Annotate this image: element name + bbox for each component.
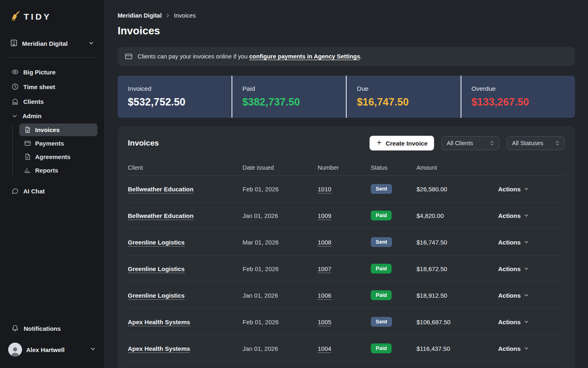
- date-issued-cell: Feb 01, 2026: [243, 265, 318, 272]
- stat-value: $532,752.50: [128, 96, 221, 108]
- panel-title: Invoices: [128, 139, 370, 148]
- banner-text-after: .: [360, 53, 362, 60]
- date-issued-cell: Mar 01, 2026: [243, 239, 318, 246]
- client-link[interactable]: Bellweather Education: [128, 186, 194, 193]
- actions-label: Actions: [498, 265, 521, 272]
- sidebar-item-payments[interactable]: Payments: [19, 137, 98, 150]
- agency-settings-link[interactable]: configure payments in Agency Settings: [249, 53, 360, 60]
- sidebar-item-admin[interactable]: Admin: [7, 109, 98, 123]
- stat-paid: Paid $382,737.50: [232, 76, 347, 118]
- actions-button[interactable]: Actions: [498, 265, 529, 272]
- chevron-down-icon: [523, 346, 529, 351]
- workspace-icon: [10, 39, 18, 48]
- table-row: Apex Health Systems Feb 01, 2026 1005 Se…: [128, 309, 565, 335]
- chevron-up-down-icon: [489, 140, 495, 146]
- date-issued-cell: Jan 01, 2026: [243, 292, 318, 299]
- chevron-up-down-icon: [555, 140, 560, 146]
- invoice-number-link[interactable]: 1010: [318, 186, 331, 193]
- actions-button[interactable]: Actions: [498, 345, 529, 352]
- sidebar-item-label: Time sheet: [23, 83, 55, 90]
- workspace-selector[interactable]: Meridian Digital: [7, 36, 98, 52]
- table-row: Bellweather Education Jan 01, 2026 1009 …: [128, 202, 565, 229]
- actions-label: Actions: [498, 319, 521, 325]
- create-invoice-button[interactable]: Create Invoice: [370, 136, 434, 150]
- chat-bubble-icon: [11, 187, 19, 195]
- sidebar-divider: [7, 57, 98, 58]
- chevron-down-icon: [523, 266, 529, 272]
- client-link[interactable]: Bellweather Education: [128, 212, 194, 219]
- sidebar-item-invoices[interactable]: Invoices: [19, 123, 98, 136]
- client-link[interactable]: Greenline Logistics: [128, 239, 185, 246]
- column-header-number: Number: [318, 164, 371, 171]
- create-invoice-label: Create Invoice: [385, 140, 428, 147]
- breadcrumb-workspace-link[interactable]: Meridian Digital: [118, 12, 162, 19]
- stat-overdue: Overdue $133,267.50: [461, 76, 575, 118]
- status-badge: Paid: [371, 211, 392, 220]
- date-issued-cell: Feb 01, 2026: [243, 186, 318, 193]
- sidebar-item-ai-chat[interactable]: AI Chat: [7, 184, 98, 198]
- workspace-name: Meridian Digital: [22, 40, 84, 47]
- invoice-number-link[interactable]: 1009: [318, 212, 331, 219]
- invoices-panel: Invoices Create Invoice All Clients: [118, 126, 575, 368]
- date-issued-cell: Jan 01, 2026: [243, 345, 318, 352]
- actions-button[interactable]: Actions: [498, 186, 529, 193]
- banner-text-before: Clients can pay your invoices online if …: [138, 53, 249, 60]
- actions-label: Actions: [498, 239, 521, 246]
- invoice-number-link[interactable]: 1007: [318, 265, 331, 272]
- amount-cell: $116,437.50: [416, 345, 498, 352]
- client-link[interactable]: Greenline Logistics: [128, 292, 185, 299]
- stat-value: $16,747.50: [357, 96, 450, 108]
- panel-controls: Create Invoice All Clients All Statuses: [370, 136, 565, 150]
- sidebar-item-label: Clients: [23, 98, 44, 105]
- chevron-down-icon: [523, 292, 529, 298]
- stat-due: Due $16,747.50: [347, 76, 461, 118]
- notifications-button[interactable]: Notifications: [7, 321, 98, 336]
- plus-icon: [376, 139, 382, 147]
- sidebar-item-time-sheet[interactable]: Time sheet: [7, 80, 98, 94]
- table-row: Greenline Logistics Jan 01, 2026 1006 Pa…: [128, 282, 565, 309]
- actions-label: Actions: [498, 292, 521, 299]
- amount-cell: $16,747.50: [416, 239, 498, 246]
- actions-button[interactable]: Actions: [498, 239, 529, 246]
- client-link[interactable]: Apex Health Systems: [128, 319, 190, 325]
- sidebar-item-clients[interactable]: Clients: [7, 94, 98, 108]
- sidebar-item-label: Agreements: [35, 153, 71, 160]
- stat-label: Paid: [243, 85, 336, 92]
- column-header-date-issued: Date issued: [243, 164, 318, 171]
- status-filter-select[interactable]: All Statuses: [507, 136, 565, 150]
- invoice-number-link[interactable]: 1005: [318, 319, 331, 325]
- credit-card-icon: [125, 52, 133, 61]
- stat-label: Overdue: [472, 85, 565, 92]
- notifications-label: Notifications: [24, 325, 61, 332]
- sidebar-item-big-picture[interactable]: Big Picture: [7, 65, 98, 79]
- actions-button[interactable]: Actions: [498, 292, 529, 299]
- client-filter-select[interactable]: All Clients: [441, 136, 499, 150]
- app-logo: TIDY: [7, 11, 98, 22]
- user-menu[interactable]: Alex Hartwell: [7, 340, 98, 359]
- stat-value: $133,267.50: [472, 96, 565, 108]
- invoice-number-link[interactable]: 1006: [318, 292, 331, 299]
- sidebar-item-reports[interactable]: Reports: [19, 164, 98, 177]
- actions-button[interactable]: Actions: [498, 319, 529, 325]
- invoice-number-link[interactable]: 1008: [318, 239, 331, 246]
- client-link[interactable]: Apex Health Systems: [128, 345, 190, 352]
- breadcrumb-current: Invoices: [174, 12, 196, 19]
- client-link[interactable]: Greenline Logistics: [128, 265, 185, 272]
- sidebar-item-label: Admin: [22, 112, 42, 119]
- sidebar: TIDY Meridian Digital Big Picture: [0, 0, 104, 368]
- invoice-table-header: Client Date issued Number Status Amount: [128, 159, 565, 176]
- column-header-status: Status: [371, 164, 416, 171]
- status-badge: Paid: [371, 343, 392, 353]
- app-root: TIDY Meridian Digital Big Picture: [0, 0, 588, 368]
- payments-info-banner: Clients can pay your invoices online if …: [118, 47, 575, 66]
- actions-button[interactable]: Actions: [498, 212, 529, 219]
- sidebar-item-agreements[interactable]: Agreements: [19, 150, 98, 163]
- sidebar-item-label: Big Picture: [23, 69, 56, 76]
- stat-label: Due: [357, 85, 450, 92]
- logo-text: TIDY: [24, 12, 51, 22]
- invoice-table-body: Bellweather Education Feb 01, 2026 1010 …: [128, 176, 565, 362]
- amount-cell: $26,580.00: [416, 186, 498, 193]
- status-badge: Sent: [371, 317, 392, 327]
- table-row: Greenline Logistics Feb 01, 2026 1007 Pa…: [128, 256, 565, 282]
- invoice-number-link[interactable]: 1004: [318, 345, 331, 352]
